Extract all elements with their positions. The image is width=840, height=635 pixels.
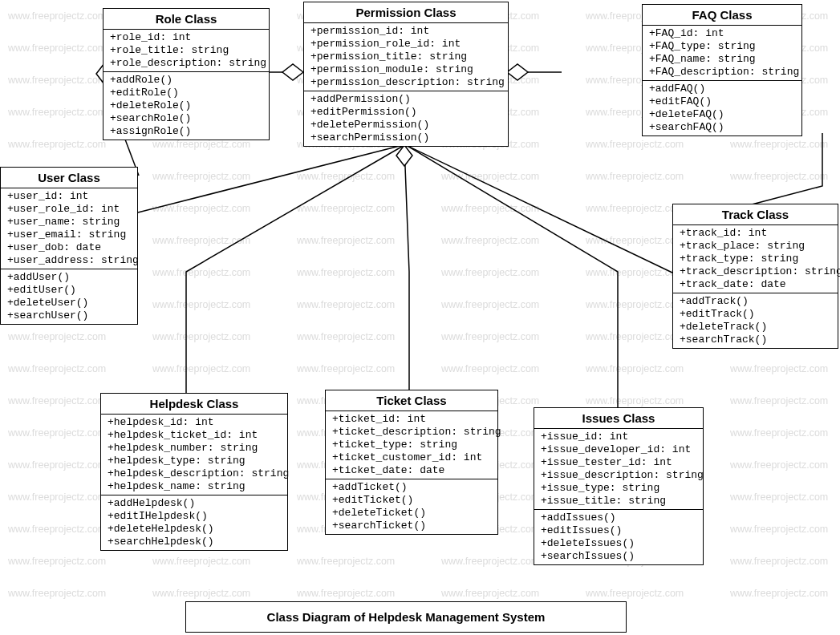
class-member: +deleteHelpdesk() bbox=[108, 523, 281, 536]
class-member: +editTicket() bbox=[332, 494, 491, 507]
watermark-text: www.freeprojectz.com bbox=[8, 75, 106, 86]
class-member: +assignRole() bbox=[110, 125, 262, 138]
watermark-text: www.freeprojectz.com bbox=[586, 331, 684, 342]
watermark-text: www.freeprojectz.com bbox=[586, 299, 684, 310]
class-ticket: Ticket Class +ticket_id: int+ticket_desc… bbox=[325, 390, 498, 535]
class-member: +FAQ_name: string bbox=[649, 53, 795, 66]
watermark-text: www.freeprojectz.com bbox=[152, 171, 250, 182]
class-member: +editUser() bbox=[7, 284, 131, 297]
class-operations: +addTicket()+editTicket()+deleteTicket()… bbox=[326, 479, 497, 534]
svg-line-7 bbox=[406, 145, 674, 273]
class-member: +ticket_type: string bbox=[332, 439, 491, 451]
class-title: Track Class bbox=[673, 204, 838, 225]
class-attributes: +track_id: int+track_place: string+track… bbox=[673, 225, 838, 293]
class-member: +user_dob: date bbox=[7, 241, 131, 254]
class-member: +FAQ_type: string bbox=[649, 40, 795, 53]
class-member: +editPermission() bbox=[310, 106, 501, 119]
watermark-text: www.freeprojectz.com bbox=[441, 556, 539, 567]
watermark-text: www.freeprojectz.com bbox=[586, 395, 684, 406]
class-title: Permission Class bbox=[304, 2, 508, 23]
class-operations: +addRole()+editRole()+deleteRole()+searc… bbox=[103, 72, 269, 140]
watermark-text: www.freeprojectz.com bbox=[441, 171, 539, 182]
class-member: +searchHelpdesk() bbox=[108, 536, 281, 548]
class-member: +issue_tester_id: int bbox=[541, 456, 696, 469]
class-user: User Class +user_id: int+user_role_id: i… bbox=[0, 167, 138, 325]
watermark-text: www.freeprojectz.com bbox=[586, 139, 684, 150]
class-operations: +addFAQ()+editFAQ()+deleteFAQ()+searchFA… bbox=[643, 81, 801, 135]
class-operations: +addPermission()+editPermission()+delete… bbox=[304, 91, 508, 146]
class-member: +ticket_customer_id: int bbox=[332, 451, 491, 464]
class-member: +searchIssues() bbox=[541, 550, 696, 563]
watermark-text: www.freeprojectz.com bbox=[730, 395, 828, 406]
watermark-text: www.freeprojectz.com bbox=[152, 203, 250, 214]
watermark-text: www.freeprojectz.com bbox=[152, 139, 250, 150]
class-member: +ticket_id: int bbox=[332, 413, 491, 426]
watermark-text: www.freeprojectz.com bbox=[297, 235, 395, 246]
class-operations: +addIssues()+editIssues()+deleteIssues()… bbox=[534, 510, 703, 564]
class-member: +addUser() bbox=[7, 271, 131, 284]
class-title: Helpdesk Class bbox=[101, 394, 287, 415]
watermark-text: www.freeprojectz.com bbox=[297, 267, 395, 278]
class-member: +helpdesk_description: string bbox=[108, 467, 281, 480]
class-member: +user_name: string bbox=[7, 216, 131, 229]
class-member: +user_email: string bbox=[7, 229, 131, 241]
class-member: +permission_id: int bbox=[310, 25, 501, 38]
watermark-text: www.freeprojectz.com bbox=[441, 331, 539, 342]
class-operations: +addHelpdesk()+editIHelpdesk()+deleteHel… bbox=[101, 495, 287, 550]
watermark-text: www.freeprojectz.com bbox=[8, 42, 106, 54]
class-member: +issue_developer_id: int bbox=[541, 443, 696, 456]
watermark-text: www.freeprojectz.com bbox=[152, 267, 250, 278]
class-member: +deleteFAQ() bbox=[649, 108, 795, 121]
watermark-text: www.freeprojectz.com bbox=[297, 556, 395, 567]
watermark-text: www.freeprojectz.com bbox=[297, 171, 395, 182]
class-title: Issues Class bbox=[534, 408, 703, 429]
svg-marker-5 bbox=[507, 64, 528, 80]
class-helpdesk: Helpdesk Class +helpdesk_id: int+helpdes… bbox=[100, 393, 288, 551]
watermark-text: www.freeprojectz.com bbox=[441, 363, 539, 374]
class-member: +role_id: int bbox=[110, 31, 262, 44]
class-member: +addIssues() bbox=[541, 512, 696, 524]
class-member: +issue_title: string bbox=[541, 495, 696, 508]
class-member: +addHelpdesk() bbox=[108, 497, 281, 510]
watermark-text: www.freeprojectz.com bbox=[8, 331, 106, 342]
class-member: +FAQ_id: int bbox=[649, 27, 795, 40]
watermark-text: www.freeprojectz.com bbox=[152, 331, 250, 342]
class-permission: Permission Class +permission_id: int+per… bbox=[303, 2, 509, 147]
watermark-text: www.freeprojectz.com bbox=[8, 491, 106, 503]
watermark-text: www.freeprojectz.com bbox=[730, 139, 828, 150]
class-member: +editTrack() bbox=[680, 308, 831, 321]
class-member: +helpdesk_type: string bbox=[108, 455, 281, 467]
class-member: +searchTrack() bbox=[680, 334, 831, 346]
class-issues: Issues Class +issue_id: int+issue_develo… bbox=[534, 407, 704, 565]
watermark-text: www.freeprojectz.com bbox=[152, 588, 250, 599]
class-member: +deletePermission() bbox=[310, 119, 501, 131]
watermark-text: www.freeprojectz.com bbox=[8, 395, 106, 406]
watermark-text: www.freeprojectz.com bbox=[8, 139, 106, 150]
watermark-text: www.freeprojectz.com bbox=[586, 267, 684, 278]
class-member: +track_description: string bbox=[680, 265, 831, 278]
class-faq: FAQ Class +FAQ_id: int+FAQ_type: string+… bbox=[642, 4, 802, 136]
class-member: +deleteRole() bbox=[110, 99, 262, 112]
class-title: User Class bbox=[1, 168, 137, 188]
class-member: +addTrack() bbox=[680, 295, 831, 308]
watermark-text: www.freeprojectz.com bbox=[730, 459, 828, 471]
class-member: +role_title: string bbox=[110, 44, 262, 57]
class-member: +track_id: int bbox=[680, 227, 831, 240]
class-member: +helpdesk_number: string bbox=[108, 442, 281, 455]
class-member: +track_date: date bbox=[680, 278, 831, 291]
class-member: +permission_description: string bbox=[310, 76, 501, 89]
svg-marker-8 bbox=[396, 145, 412, 166]
watermark-text: www.freeprojectz.com bbox=[730, 524, 828, 535]
class-member: +editIssues() bbox=[541, 524, 696, 537]
class-member: +ticket_description: string bbox=[332, 426, 491, 439]
watermark-text: www.freeprojectz.com bbox=[441, 267, 539, 278]
watermark-text: www.freeprojectz.com bbox=[730, 491, 828, 503]
class-title: Ticket Class bbox=[326, 390, 497, 411]
class-title: Role Class bbox=[103, 9, 269, 30]
class-attributes: +helpdesk_id: int+helpdesk_ticket_id: in… bbox=[101, 415, 287, 495]
watermark-text: www.freeprojectz.com bbox=[730, 427, 828, 439]
watermark-text: www.freeprojectz.com bbox=[586, 235, 684, 246]
svg-line-6 bbox=[135, 145, 403, 213]
watermark-text: www.freeprojectz.com bbox=[586, 588, 684, 599]
class-member: +editRole() bbox=[110, 87, 262, 99]
